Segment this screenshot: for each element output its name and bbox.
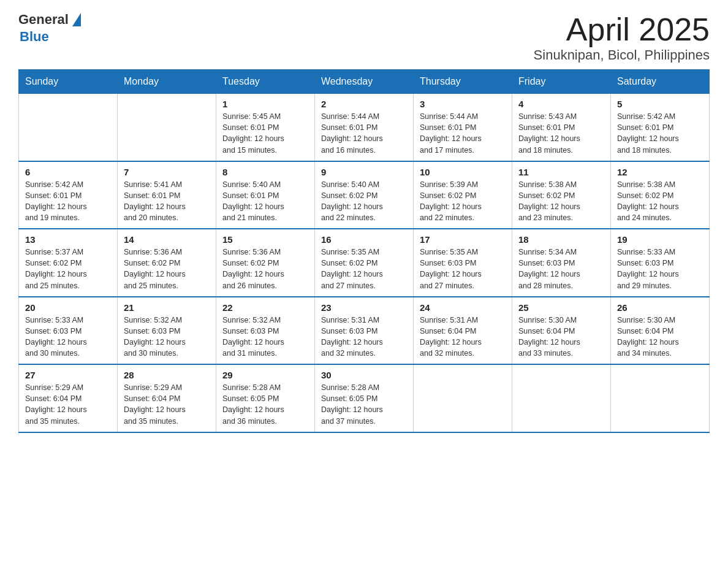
day-info: Sunrise: 5:31 AM Sunset: 6:04 PM Dayligh… <box>420 315 506 359</box>
day-number: 24 <box>420 302 506 313</box>
day-number: 18 <box>518 234 604 245</box>
page-header: General Blue April 2025 Sinuknipan, Bico… <box>18 12 710 63</box>
day-info: Sunrise: 5:35 AM Sunset: 6:03 PM Dayligh… <box>420 247 506 291</box>
day-info: Sunrise: 5:28 AM Sunset: 6:05 PM Dayligh… <box>222 382 308 427</box>
calendar-cell: 17Sunrise: 5:35 AM Sunset: 6:03 PM Dayli… <box>414 229 512 297</box>
calendar-table: SundayMondayTuesdayWednesdayThursdayFrid… <box>18 69 710 433</box>
calendar-cell: 10Sunrise: 5:39 AM Sunset: 6:02 PM Dayli… <box>414 161 512 229</box>
calendar-week-row: 20Sunrise: 5:33 AM Sunset: 6:03 PM Dayli… <box>19 297 710 365</box>
calendar-cell: 18Sunrise: 5:34 AM Sunset: 6:03 PM Dayli… <box>512 229 611 297</box>
calendar-cell: 15Sunrise: 5:36 AM Sunset: 6:02 PM Dayli… <box>216 229 315 297</box>
calendar-week-row: 6Sunrise: 5:42 AM Sunset: 6:01 PM Daylig… <box>19 161 710 229</box>
day-info: Sunrise: 5:33 AM Sunset: 6:03 PM Dayligh… <box>25 315 111 359</box>
day-number: 21 <box>124 302 210 313</box>
calendar-cell: 11Sunrise: 5:38 AM Sunset: 6:02 PM Dayli… <box>512 161 611 229</box>
weekday-header-friday: Friday <box>512 70 611 94</box>
calendar-week-row: 27Sunrise: 5:29 AM Sunset: 6:04 PM Dayli… <box>19 364 710 432</box>
calendar-cell: 24Sunrise: 5:31 AM Sunset: 6:04 PM Dayli… <box>414 297 512 365</box>
day-number: 15 <box>222 234 308 245</box>
day-info: Sunrise: 5:44 AM Sunset: 6:01 PM Dayligh… <box>420 111 506 156</box>
calendar-cell: 25Sunrise: 5:30 AM Sunset: 6:04 PM Dayli… <box>512 297 611 365</box>
calendar-cell: 14Sunrise: 5:36 AM Sunset: 6:02 PM Dayli… <box>118 229 216 297</box>
calendar-week-row: 13Sunrise: 5:37 AM Sunset: 6:02 PM Dayli… <box>19 229 710 297</box>
day-number: 19 <box>617 234 703 245</box>
day-number: 2 <box>321 99 407 109</box>
title-block: April 2025 Sinuknipan, Bicol, Philippine… <box>534 12 710 63</box>
day-number: 16 <box>321 234 407 245</box>
day-info: Sunrise: 5:43 AM Sunset: 6:01 PM Dayligh… <box>518 111 604 156</box>
day-number: 11 <box>518 167 604 177</box>
logo-general-text: General <box>18 12 69 27</box>
day-info: Sunrise: 5:44 AM Sunset: 6:01 PM Dayligh… <box>321 111 407 156</box>
calendar-cell <box>414 364 512 432</box>
day-number: 29 <box>222 370 308 380</box>
day-number: 30 <box>321 370 407 380</box>
day-number: 23 <box>321 302 407 313</box>
calendar-cell: 21Sunrise: 5:32 AM Sunset: 6:03 PM Dayli… <box>118 297 216 365</box>
calendar-cell: 2Sunrise: 5:44 AM Sunset: 6:01 PM Daylig… <box>315 94 414 161</box>
day-info: Sunrise: 5:32 AM Sunset: 6:03 PM Dayligh… <box>124 315 210 359</box>
day-info: Sunrise: 5:29 AM Sunset: 6:04 PM Dayligh… <box>25 382 111 427</box>
day-info: Sunrise: 5:31 AM Sunset: 6:03 PM Dayligh… <box>321 315 407 359</box>
weekday-header-tuesday: Tuesday <box>216 70 315 94</box>
day-info: Sunrise: 5:39 AM Sunset: 6:02 PM Dayligh… <box>420 179 506 224</box>
calendar-cell: 28Sunrise: 5:29 AM Sunset: 6:04 PM Dayli… <box>118 364 216 432</box>
day-number: 28 <box>124 370 210 380</box>
day-number: 4 <box>518 99 604 109</box>
calendar-cell <box>19 94 118 161</box>
day-number: 17 <box>420 234 506 245</box>
day-info: Sunrise: 5:34 AM Sunset: 6:03 PM Dayligh… <box>518 247 604 291</box>
calendar-cell: 13Sunrise: 5:37 AM Sunset: 6:02 PM Dayli… <box>19 229 118 297</box>
day-number: 12 <box>617 167 703 177</box>
calendar-cell <box>611 364 710 432</box>
day-info: Sunrise: 5:40 AM Sunset: 6:02 PM Dayligh… <box>321 179 407 224</box>
calendar-cell: 3Sunrise: 5:44 AM Sunset: 6:01 PM Daylig… <box>414 94 512 161</box>
day-number: 6 <box>25 167 111 177</box>
calendar-cell <box>118 94 216 161</box>
page-title: April 2025 <box>534 12 710 47</box>
day-info: Sunrise: 5:38 AM Sunset: 6:02 PM Dayligh… <box>518 179 604 224</box>
logo: General Blue <box>18 12 116 44</box>
calendar-cell: 7Sunrise: 5:41 AM Sunset: 6:01 PM Daylig… <box>118 161 216 229</box>
day-number: 20 <box>25 302 111 313</box>
day-number: 26 <box>617 302 703 313</box>
calendar-cell: 5Sunrise: 5:42 AM Sunset: 6:01 PM Daylig… <box>611 94 710 161</box>
day-number: 25 <box>518 302 604 313</box>
weekday-header-row: SundayMondayTuesdayWednesdayThursdayFrid… <box>19 70 710 94</box>
weekday-header-saturday: Saturday <box>611 70 710 94</box>
day-info: Sunrise: 5:30 AM Sunset: 6:04 PM Dayligh… <box>617 315 703 359</box>
day-number: 5 <box>617 99 703 109</box>
calendar-cell: 22Sunrise: 5:32 AM Sunset: 6:03 PM Dayli… <box>216 297 315 365</box>
day-info: Sunrise: 5:36 AM Sunset: 6:02 PM Dayligh… <box>222 247 308 291</box>
page-subtitle: Sinuknipan, Bicol, Philippines <box>534 47 710 63</box>
day-info: Sunrise: 5:35 AM Sunset: 6:02 PM Dayligh… <box>321 247 407 291</box>
calendar-cell <box>512 364 611 432</box>
calendar-cell: 27Sunrise: 5:29 AM Sunset: 6:04 PM Dayli… <box>19 364 118 432</box>
day-info: Sunrise: 5:36 AM Sunset: 6:02 PM Dayligh… <box>124 247 210 291</box>
day-number: 3 <box>420 99 506 109</box>
day-info: Sunrise: 5:37 AM Sunset: 6:02 PM Dayligh… <box>25 247 111 291</box>
logo-blue-text: Blue <box>20 29 116 44</box>
day-number: 10 <box>420 167 506 177</box>
day-info: Sunrise: 5:29 AM Sunset: 6:04 PM Dayligh… <box>124 382 210 427</box>
calendar-cell: 8Sunrise: 5:40 AM Sunset: 6:01 PM Daylig… <box>216 161 315 229</box>
calendar-cell: 6Sunrise: 5:42 AM Sunset: 6:01 PM Daylig… <box>19 161 118 229</box>
day-number: 8 <box>222 167 308 177</box>
calendar-cell: 1Sunrise: 5:45 AM Sunset: 6:01 PM Daylig… <box>216 94 315 161</box>
day-number: 1 <box>222 99 308 109</box>
day-number: 22 <box>222 302 308 313</box>
day-number: 13 <box>25 234 111 245</box>
weekday-header-monday: Monday <box>118 70 216 94</box>
calendar-cell: 4Sunrise: 5:43 AM Sunset: 6:01 PM Daylig… <box>512 94 611 161</box>
calendar-cell: 30Sunrise: 5:28 AM Sunset: 6:05 PM Dayli… <box>315 364 414 432</box>
calendar-cell: 12Sunrise: 5:38 AM Sunset: 6:02 PM Dayli… <box>611 161 710 229</box>
day-info: Sunrise: 5:45 AM Sunset: 6:01 PM Dayligh… <box>222 111 308 156</box>
calendar-cell: 16Sunrise: 5:35 AM Sunset: 6:02 PM Dayli… <box>315 229 414 297</box>
day-number: 14 <box>124 234 210 245</box>
day-number: 27 <box>25 370 111 380</box>
day-info: Sunrise: 5:30 AM Sunset: 6:04 PM Dayligh… <box>518 315 604 359</box>
day-info: Sunrise: 5:28 AM Sunset: 6:05 PM Dayligh… <box>321 382 407 427</box>
weekday-header-sunday: Sunday <box>19 70 118 94</box>
calendar-week-row: 1Sunrise: 5:45 AM Sunset: 6:01 PM Daylig… <box>19 94 710 161</box>
weekday-header-thursday: Thursday <box>414 70 512 94</box>
